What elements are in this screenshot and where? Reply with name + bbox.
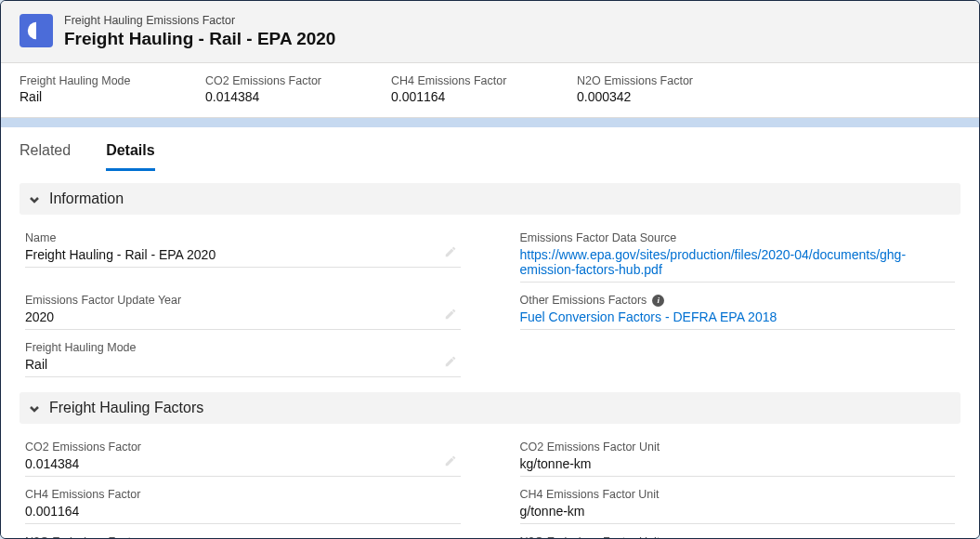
section-title: Information [49, 191, 124, 207]
field-ch4: CH4 Emissions Factor 0.001164 [23, 482, 463, 530]
highlights-panel: Freight Hauling Mode Rail CO2 Emissions … [1, 63, 979, 118]
detail-panel: Information Name Freight Hauling - Rail … [1, 172, 979, 539]
field-co2: CO2 Emissions Factor 0.014384 [23, 435, 463, 482]
summary-value: 0.000342 [577, 89, 707, 104]
section-toggle-information[interactable]: Information [20, 183, 960, 215]
layout-gap [1, 118, 979, 127]
edit-icon[interactable] [444, 355, 457, 371]
field-value: 2020 [25, 309, 461, 330]
field-mode: Freight Hauling Mode Rail [23, 335, 463, 383]
field-data-source: Emissions Factor Data Source https://www… [518, 226, 958, 288]
summary-label: Freight Hauling Mode [20, 74, 150, 87]
summary-value: 0.001164 [391, 89, 521, 104]
field-label: CH4 Emissions Factor Unit [520, 488, 956, 501]
field-n2o-unit: N2O Emissions Factor Unit g/tonne-km [518, 530, 958, 539]
field-name: Name Freight Hauling - Rail - EPA 2020 [23, 226, 463, 288]
other-factors-link[interactable]: Fuel Conversion Factors - DEFRA EPA 2018 [520, 309, 777, 324]
data-source-link[interactable]: https://www.epa.gov/sites/production/fil… [520, 247, 907, 277]
summary-item-ch4: CH4 Emissions Factor 0.001164 [391, 74, 521, 104]
object-label: Freight Hauling Emissions Factor [64, 14, 335, 27]
page-header: Freight Hauling Emissions Factor Freight… [1, 1, 979, 63]
field-label: N2O Emissions Factor [25, 535, 461, 539]
field-label: N2O Emissions Factor Unit [520, 535, 956, 539]
factors-fields: CO2 Emissions Factor 0.014384 CO2 Emissi… [20, 431, 960, 539]
field-label: Name [25, 231, 461, 244]
section-toggle-factors[interactable]: Freight Hauling Factors [20, 392, 960, 424]
summary-label: CH4 Emissions Factor [391, 74, 521, 87]
summary-label: CO2 Emissions Factor [205, 74, 335, 87]
info-icon[interactable]: i [652, 295, 664, 307]
summary-value: 0.014384 [205, 89, 335, 104]
field-update-year: Emissions Factor Update Year 2020 [23, 288, 463, 335]
summary-label: N2O Emissions Factor [577, 74, 707, 87]
field-ch4-unit: CH4 Emissions Factor Unit g/tonne-km [518, 482, 958, 530]
field-value: g/tonne-km [520, 504, 956, 524]
summary-value: Rail [20, 89, 150, 104]
summary-item-n2o: N2O Emissions Factor 0.000342 [577, 74, 707, 104]
field-n2o: N2O Emissions Factor 0.000342 [23, 530, 463, 539]
field-co2-unit: CO2 Emissions Factor Unit kg/tonne-km [518, 435, 958, 482]
information-fields: Name Freight Hauling - Rail - EPA 2020 E… [20, 222, 960, 392]
tab-related[interactable]: Related [20, 142, 71, 171]
field-label: Emissions Factor Data Source [520, 231, 956, 244]
field-label: Freight Hauling Mode [25, 341, 461, 354]
tab-bar: Related Details [20, 127, 960, 172]
field-other-factors: Other Emissions Factors i Fuel Conversio… [518, 288, 958, 335]
field-label: CO2 Emissions Factor [25, 440, 461, 454]
section-title: Freight Hauling Factors [49, 400, 203, 416]
edit-icon[interactable] [444, 308, 457, 323]
field-value: Freight Hauling - Rail - EPA 2020 [25, 247, 461, 268]
chevron-down-icon [29, 192, 42, 205]
chevron-down-icon [29, 401, 42, 414]
summary-item-co2: CO2 Emissions Factor 0.014384 [205, 74, 335, 104]
field-label: CO2 Emissions Factor Unit [520, 440, 956, 454]
record-type-icon [20, 14, 53, 47]
page-title: Freight Hauling - Rail - EPA 2020 [64, 29, 335, 49]
edit-icon[interactable] [444, 454, 457, 470]
edit-icon[interactable] [444, 245, 457, 261]
summary-item-mode: Freight Hauling Mode Rail [20, 74, 150, 104]
field-value: kg/tonne-km [520, 456, 956, 477]
field-value: Fuel Conversion Factors - DEFRA EPA 2018 [520, 309, 956, 330]
field-value: 0.014384 [25, 456, 461, 477]
field-value: 0.001164 [25, 504, 461, 524]
field-label: CH4 Emissions Factor [25, 488, 461, 501]
field-label: Emissions Factor Update Year [25, 294, 461, 307]
field-label: Other Emissions Factors i [520, 294, 956, 307]
field-value: Rail [25, 357, 461, 377]
field-value: https://www.epa.gov/sites/production/fil… [520, 247, 956, 283]
tab-details[interactable]: Details [106, 142, 154, 171]
tabs-container: Related Details [1, 127, 979, 172]
